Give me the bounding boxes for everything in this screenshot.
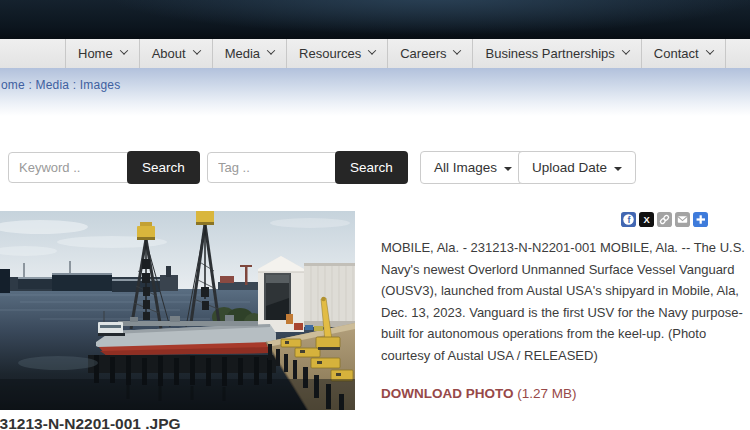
- nav-item-label: Contact: [654, 46, 699, 61]
- breadcrumb[interactable]: ome : Media : Images: [1, 78, 120, 92]
- nav-item-careers[interactable]: Careers: [388, 39, 473, 68]
- chevron-down-icon: [267, 46, 275, 54]
- nav-item-label: Media: [225, 46, 260, 61]
- chevron-down-icon: [119, 46, 127, 54]
- tag-input[interactable]: [207, 152, 340, 183]
- nav-spacer: [0, 39, 66, 68]
- facebook-icon[interactable]: f: [621, 212, 636, 227]
- header-banner: [0, 0, 750, 39]
- nav-item-home[interactable]: Home: [66, 39, 140, 68]
- photo-caption: MOBILE, Ala. - 231213-N-N2201-001 MOBILE…: [381, 237, 749, 366]
- tag-search-button[interactable]: Search: [335, 151, 408, 184]
- nav-item-contact[interactable]: Contact: [642, 39, 726, 68]
- download-photo-link[interactable]: DOWNLOAD PHOTO: [381, 386, 514, 401]
- keyword-input[interactable]: [8, 152, 132, 183]
- share-plus-icon[interactable]: [693, 212, 708, 227]
- all-images-label: All Images: [434, 160, 497, 175]
- nav-item-label: Business Partnerships: [485, 46, 614, 61]
- shipyard-photo-art: [0, 211, 355, 410]
- nav-item-resources[interactable]: Resources: [287, 39, 388, 68]
- nav-item-business-partnerships[interactable]: Business Partnerships: [473, 39, 641, 68]
- svg-text:f: f: [628, 215, 631, 225]
- date-filter-group: Upload Date: [518, 151, 636, 184]
- nav-item-label: Resources: [299, 46, 361, 61]
- all-images-dropdown[interactable]: All Images: [420, 151, 526, 184]
- nav-item-label: Home: [78, 46, 113, 61]
- svg-text:X: X: [643, 215, 650, 225]
- caret-down-icon: [614, 167, 622, 171]
- chevron-down-icon: [622, 46, 630, 54]
- keyword-search-button[interactable]: Search: [127, 151, 200, 184]
- tag-search-group: Search: [207, 151, 408, 184]
- download-size: (1.27 MB): [517, 386, 576, 401]
- chevron-down-icon: [705, 46, 713, 54]
- type-filter-group: All Images: [420, 151, 526, 184]
- upload-date-dropdown[interactable]: Upload Date: [518, 151, 636, 184]
- nav-spacer: [726, 39, 750, 68]
- shipyard-photo[interactable]: [0, 211, 355, 410]
- download-row: DOWNLOAD PHOTO (1.27 MB): [381, 386, 577, 401]
- breadcrumb-band: ome : Media : Images: [0, 68, 750, 116]
- nav-item-about[interactable]: About: [140, 39, 213, 68]
- chevron-down-icon: [368, 46, 376, 54]
- chevron-down-icon: [453, 46, 461, 54]
- nav-item-media[interactable]: Media: [213, 39, 287, 68]
- nav-item-label: About: [152, 46, 186, 61]
- keyword-search-group: Search: [8, 151, 200, 184]
- nav-item-label: Careers: [400, 46, 446, 61]
- upload-date-label: Upload Date: [532, 160, 607, 175]
- photo-filename: 231213-N-N2201-001 .JPG: [0, 415, 181, 430]
- x-twitter-icon[interactable]: X: [639, 212, 654, 227]
- email-icon[interactable]: [675, 212, 690, 227]
- link-icon[interactable]: [657, 212, 672, 227]
- caret-down-icon: [504, 167, 512, 171]
- chevron-down-icon: [192, 46, 200, 54]
- main-nav: Home About Media Resources Careers Busin…: [0, 39, 750, 68]
- share-toolbar: f X: [621, 212, 708, 227]
